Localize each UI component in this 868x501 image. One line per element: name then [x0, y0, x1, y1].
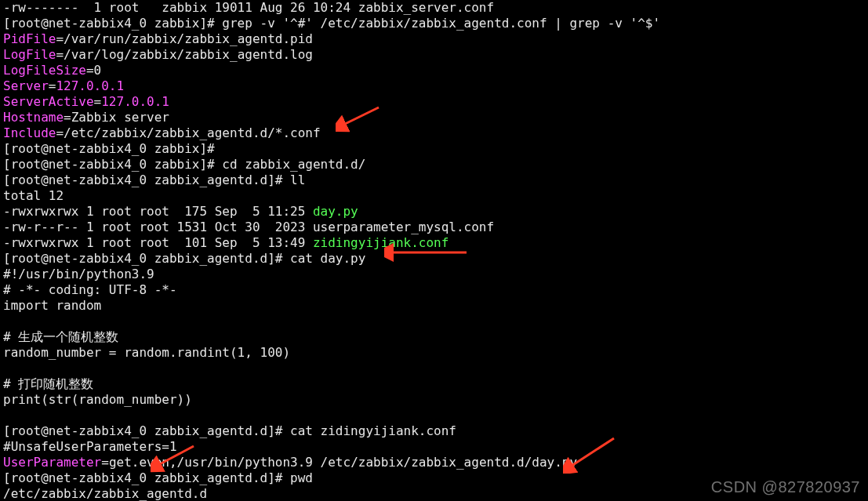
py-randint: random_number = random.randint(1, 100): [3, 345, 290, 360]
cfg-logfilesize: LogFileSize=0: [3, 63, 101, 78]
prompt-cd: [root@net-zabbix4_0 zabbix]# cd zabbix_a…: [3, 157, 365, 172]
cfg-logfile: LogFile=/var/log/zabbix/zabbix_agentd.lo…: [3, 47, 313, 62]
py-import: import random: [3, 298, 101, 313]
cfg-pidfile: PidFile=/var/run/zabbix/zabbix_agentd.pi…: [3, 31, 313, 46]
ls-line: -rw------- 1 root zabbix 19011 Aug 26 10…: [3, 0, 494, 15]
conf-unsafe: #UnsafeUserParameters=1: [3, 439, 177, 454]
ll-row-userparam: -rw-r--r-- 1 root root 1531 Oct 30 2023 …: [3, 220, 494, 234]
terminal-output[interactable]: -rw------- 1 root zabbix 19011 Aug 26 10…: [0, 0, 868, 501]
py-print: print(str(random_number)): [3, 392, 192, 407]
py-coding: # -*- coding: UTF-8 -*-: [3, 282, 177, 297]
watermark-text: CSDN @827820937: [711, 479, 860, 495]
prompt-cat-daypy: [root@net-zabbix4_0 zabbix_agentd.d]# ca…: [3, 251, 365, 266]
prompt-pwd: [root@net-zabbix4_0 zabbix_agentd.d]# pw…: [3, 470, 313, 485]
prompt-empty: [root@net-zabbix4_0 zabbix]#: [3, 141, 215, 156]
cfg-include: Include=/etc/zabbix/zabbix_agentd.d/*.co…: [3, 125, 321, 140]
cfg-hostname: Hostname=Zabbix server: [3, 110, 169, 125]
py-comment1: # 生成一个随机整数: [3, 329, 118, 344]
cfg-server: Server=127.0.0.1: [3, 78, 124, 93]
prompt-cat-conf: [root@net-zabbix4_0 zabbix_agentd.d]# ca…: [3, 423, 456, 438]
py-comment2: # 打印随机整数: [3, 376, 93, 391]
prompt-grep: [root@net-zabbix4_0 zabbix]# grep -v '^#…: [3, 16, 660, 31]
ll-row-daypy: -rwxrwxrwx 1 root root 175 Sep 5 11:25 d…: [3, 204, 358, 219]
ll-total: total 12: [3, 188, 64, 203]
conf-userparam: UserParameter=get.even,/usr/bin/python3.…: [3, 455, 577, 470]
ll-row-zidingyi: -rwxrwxrwx 1 root root 101 Sep 5 13:49 z…: [3, 235, 449, 250]
prompt-ll: [root@net-zabbix4_0 zabbix_agentd.d]# ll: [3, 172, 305, 187]
cfg-serveractive: ServerActive=127.0.0.1: [3, 94, 169, 109]
pwd-output: /etc/zabbix/zabbix_agentd.d: [3, 486, 207, 501]
py-shebang: #!/usr/bin/python3.9: [3, 267, 154, 281]
